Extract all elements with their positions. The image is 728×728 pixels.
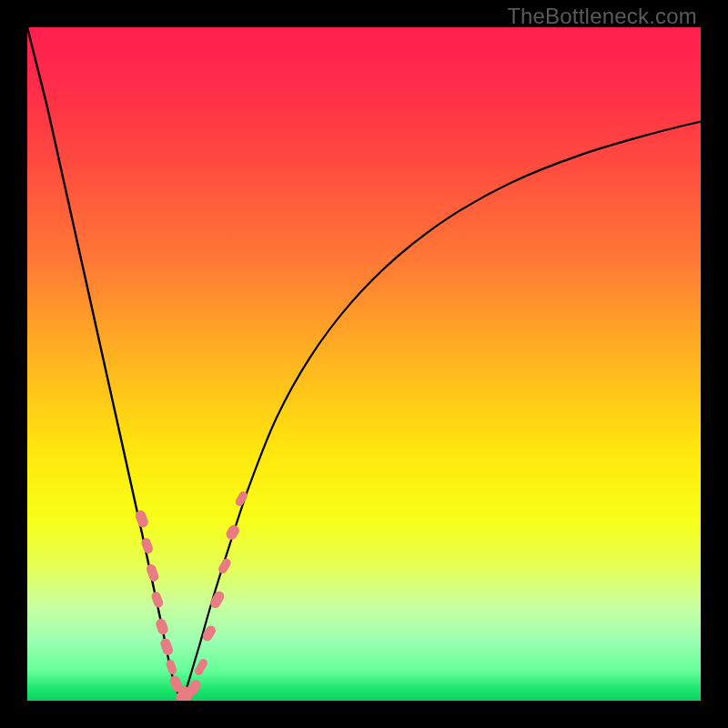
bead [217,557,232,575]
chart-curves [27,27,701,701]
bead [159,637,175,656]
bead [150,591,165,609]
plot-area [27,27,701,701]
right-arm-curve [182,122,701,701]
outer-frame: TheBottleneck.com [0,0,728,728]
bead [165,659,177,675]
bead [155,617,170,635]
bead [224,523,241,541]
watermark-text: TheBottleneck.com [507,4,697,29]
bead [145,562,159,582]
